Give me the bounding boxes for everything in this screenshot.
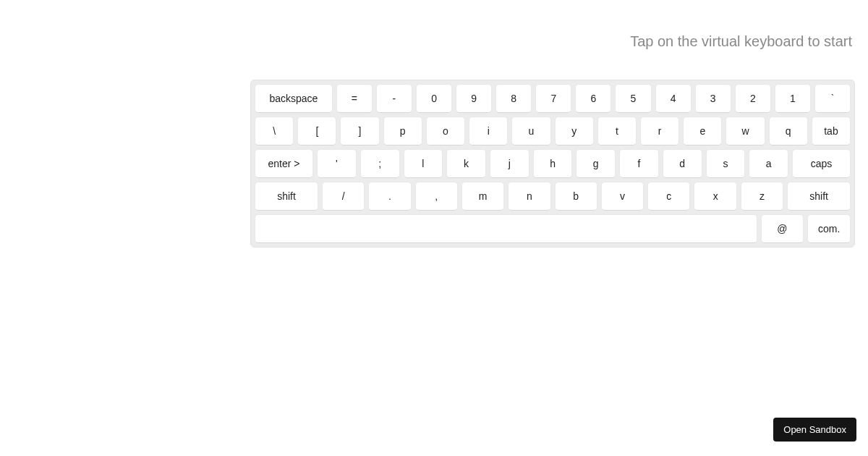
key-equals[interactable]: =	[336, 84, 373, 113]
key-y[interactable]: y	[555, 117, 594, 145]
key-1[interactable]: 1	[775, 84, 811, 113]
key-backslash[interactable]: \	[255, 117, 294, 145]
key-k[interactable]: k	[446, 149, 486, 178]
key-caps[interactable]: caps	[792, 149, 851, 178]
keyboard-row-3: enter > ' ; l k j h g f d s a caps	[255, 149, 851, 178]
key-c[interactable]: c	[647, 182, 690, 211]
key-p[interactable]: p	[383, 117, 422, 145]
key-backtick[interactable]: `	[814, 84, 851, 113]
key-s[interactable]: s	[706, 149, 746, 178]
key-2[interactable]: 2	[735, 84, 771, 113]
key-space[interactable]	[255, 214, 757, 243]
key-minus[interactable]: -	[376, 84, 412, 113]
key-enter[interactable]: enter >	[255, 149, 313, 178]
open-sandbox-button[interactable]: Open Sandbox	[773, 418, 856, 442]
key-4[interactable]: 4	[655, 84, 692, 113]
key-7[interactable]: 7	[535, 84, 571, 113]
key-z[interactable]: z	[741, 182, 783, 211]
key-n[interactable]: n	[508, 182, 550, 211]
key-0[interactable]: 0	[416, 84, 452, 113]
key-v[interactable]: v	[601, 182, 644, 211]
key-g[interactable]: g	[576, 149, 616, 178]
key-q[interactable]: q	[769, 117, 808, 145]
instruction-text: Tap on the virtual keyboard to start	[630, 33, 852, 50]
key-a[interactable]: a	[749, 149, 788, 178]
key-8[interactable]: 8	[495, 84, 532, 113]
keyboard-row-4: shift / . , m n b v c x z shift	[255, 182, 851, 211]
key-e[interactable]: e	[683, 117, 722, 145]
key-b[interactable]: b	[555, 182, 597, 211]
key-w[interactable]: w	[726, 117, 765, 145]
key-l[interactable]: l	[404, 149, 443, 178]
key-shift-left[interactable]: shift	[255, 182, 318, 211]
key-u[interactable]: u	[511, 117, 550, 145]
key-o[interactable]: o	[426, 117, 465, 145]
keyboard-row-2: \ [ ] p o i u y t r e w q tab	[255, 117, 851, 145]
key-tab[interactable]: tab	[812, 117, 851, 145]
key-semicolon[interactable]: ;	[360, 149, 400, 178]
key-h[interactable]: h	[533, 149, 573, 178]
key-r[interactable]: r	[640, 117, 679, 145]
key-j[interactable]: j	[490, 149, 529, 178]
key-6[interactable]: 6	[575, 84, 611, 113]
key-i[interactable]: i	[469, 117, 508, 145]
keyboard-row-1: backspace = - 0 9 8 7 6 5 4 3 2 1 `	[255, 84, 851, 113]
key-t[interactable]: t	[597, 117, 637, 145]
key-f[interactable]: f	[619, 149, 659, 178]
key-m[interactable]: m	[461, 182, 504, 211]
key-comma[interactable]: ,	[415, 182, 458, 211]
key-d[interactable]: d	[663, 149, 702, 178]
key-com[interactable]: com.	[807, 214, 851, 243]
key-shift-right[interactable]: shift	[787, 182, 851, 211]
key-at[interactable]: @	[761, 214, 804, 243]
key-5[interactable]: 5	[615, 84, 651, 113]
key-9[interactable]: 9	[456, 84, 492, 113]
key-bracket-open[interactable]: [	[297, 117, 336, 145]
key-slash[interactable]: /	[322, 182, 365, 211]
key-apostrophe[interactable]: '	[317, 149, 357, 178]
key-backspace[interactable]: backspace	[255, 84, 333, 113]
key-period[interactable]: .	[368, 182, 411, 211]
keyboard-row-5: @ com.	[255, 214, 851, 243]
key-bracket-close[interactable]: ]	[340, 117, 379, 145]
virtual-keyboard: backspace = - 0 9 8 7 6 5 4 3 2 1 ` \ [ …	[250, 80, 855, 248]
key-3[interactable]: 3	[695, 84, 731, 113]
key-x[interactable]: x	[694, 182, 736, 211]
